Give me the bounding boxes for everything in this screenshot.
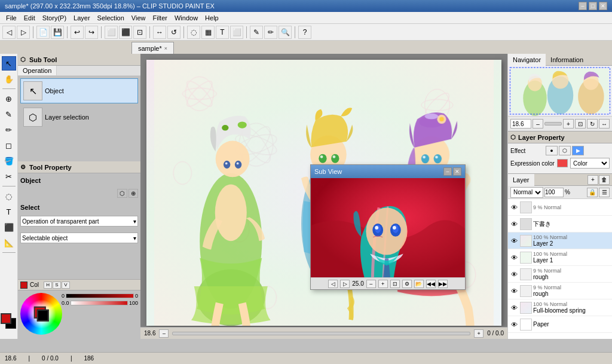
background-color[interactable]: [37, 310, 49, 322]
tp-icon2[interactable]: ⊕: [128, 189, 138, 198]
tool-rect[interactable]: ⬛: [2, 220, 16, 234]
tb-new[interactable]: ◁: [2, 26, 16, 39]
menu-filter[interactable]: Filter: [149, 13, 171, 23]
tb-text[interactable]: T: [216, 26, 229, 39]
tool-pencil[interactable]: ✏: [2, 123, 16, 137]
color-swatch-fg[interactable]: [20, 282, 27, 289]
sub-tool-layer-selection[interactable]: ⬡ Layer selection: [20, 105, 138, 130]
effect-btn-1[interactable]: ●: [546, 146, 558, 155]
sv-open[interactable]: 📂: [414, 280, 424, 288]
tb-zoom[interactable]: 🔍: [279, 26, 292, 39]
layer-options-btn[interactable]: ☰: [599, 188, 610, 197]
tool-selection[interactable]: ◌: [2, 189, 16, 203]
tp-selectable-dropdown[interactable]: Selectable object ▾: [20, 233, 138, 243]
minimize-button[interactable]: –: [579, 2, 587, 10]
layer-row-4[interactable]: 👁 9 % Normal rough: [508, 266, 612, 283]
menu-window[interactable]: Window: [171, 13, 201, 23]
menu-story[interactable]: Story(P): [39, 13, 70, 23]
tb-lasso[interactable]: ◌: [187, 26, 200, 39]
sv-zoom-in[interactable]: +: [378, 280, 388, 288]
layer-eye-4[interactable]: 👁: [509, 270, 519, 279]
hue-slider[interactable]: [66, 293, 134, 298]
sv-next[interactable]: ▷: [340, 280, 350, 288]
color-wheel[interactable]: [20, 293, 62, 335]
layer-blend-mode[interactable]: Normal: [510, 187, 543, 198]
menu-help[interactable]: Help: [201, 13, 222, 23]
layer-row-3[interactable]: 👁 100 % Normal Layer 1: [508, 249, 612, 266]
tb-fill[interactable]: ▦: [201, 26, 215, 39]
sv-options[interactable]: ⚙: [402, 280, 412, 288]
tool-shape[interactable]: ◻: [2, 138, 16, 152]
layer-row-5[interactable]: 👁 9 % Normal rough: [508, 283, 612, 299]
menu-layer[interactable]: Layer: [70, 13, 94, 23]
nav-tab-information[interactable]: Information: [546, 54, 588, 66]
canvas-zoom-in-btn[interactable]: +: [474, 329, 484, 338]
doc-tab-sample[interactable]: sample* ×: [131, 42, 174, 54]
color-mode-s[interactable]: S: [53, 282, 61, 289]
close-button[interactable]: ✕: [599, 2, 607, 10]
color-mode-v[interactable]: V: [62, 282, 70, 289]
tb-help[interactable]: ?: [298, 26, 311, 39]
tool-eraser[interactable]: ✂: [2, 169, 16, 183]
tb-eraser[interactable]: ⬜: [230, 26, 243, 39]
tb-save[interactable]: 💾: [51, 26, 64, 39]
layer-new-btn[interactable]: +: [587, 175, 598, 185]
layer-row-7[interactable]: 👁 Paper: [508, 316, 612, 333]
sv-nn[interactable]: ▶▶: [438, 280, 448, 288]
effect-btn-3[interactable]: ▶: [572, 146, 584, 155]
tool-select[interactable]: ↖: [2, 56, 16, 71]
tool-hand[interactable]: ✋: [2, 72, 16, 86]
doc-tab-close[interactable]: ×: [164, 45, 167, 51]
nav-zoom-input[interactable]: [510, 119, 531, 129]
canvas-zoom-out-btn[interactable]: –: [159, 329, 169, 338]
layer-del-btn[interactable]: 🗑: [599, 175, 610, 185]
sub-tool-object[interactable]: ↖ Object: [20, 78, 138, 103]
layer-eye-2[interactable]: 👁: [509, 236, 519, 246]
tb-undo[interactable]: ↩: [71, 26, 84, 39]
nav-flip[interactable]: ↔: [599, 119, 610, 129]
menu-edit[interactable]: Edit: [20, 13, 39, 23]
tb-rotate[interactable]: ↺: [167, 26, 180, 39]
sv-prev[interactable]: ◁: [328, 280, 338, 288]
tool-fill[interactable]: 🪣: [2, 154, 16, 168]
layer-eye-1[interactable]: 👁: [509, 219, 519, 229]
tp-icon1[interactable]: ⬡: [117, 189, 127, 198]
layer-eye-7[interactable]: 👁: [509, 320, 519, 329]
sv-zoom-fit[interactable]: ⊡: [390, 280, 400, 288]
tool-pen[interactable]: ✎: [2, 107, 16, 121]
tb-open[interactable]: ▷: [17, 26, 30, 39]
color-mode-h[interactable]: H: [44, 282, 52, 289]
menu-selection[interactable]: Selection: [94, 13, 128, 23]
sub-tab-operation[interactable]: Operation: [18, 66, 57, 75]
layer-row-0[interactable]: 👁 9 % Normal: [508, 199, 612, 216]
layer-row-2[interactable]: 👁 100 % Normal Layer 2: [508, 233, 612, 249]
layer-eye-5[interactable]: 👁: [509, 286, 519, 296]
effect-btn-2[interactable]: ⬡: [559, 146, 571, 155]
color-wheel-container[interactable]: [20, 293, 59, 332]
canvas-zoom-slider[interactable]: [172, 332, 470, 335]
canvas-container[interactable]: Sub View – ✕: [146, 60, 501, 326]
menu-view[interactable]: View: [128, 13, 149, 23]
sv-pp[interactable]: ◀◀: [426, 280, 436, 288]
tb-new2[interactable]: 📄: [36, 26, 50, 39]
nav-tab-navigator[interactable]: Navigator: [508, 54, 546, 66]
layer-lock-btn[interactable]: 🔒: [587, 188, 598, 197]
tool-zoom[interactable]: ⊕: [2, 91, 16, 106]
nav-zoom-slider[interactable]: [544, 122, 562, 126]
tb-transform[interactable]: ↔: [153, 26, 166, 39]
tool-text[interactable]: T: [2, 204, 16, 219]
menu-file[interactable]: File: [2, 13, 20, 23]
sat-slider[interactable]: [71, 301, 128, 305]
layer-eye-6[interactable]: 👁: [509, 303, 519, 313]
sub-view-min[interactable]: –: [443, 167, 452, 176]
lp-color-mode[interactable]: Color: [570, 158, 610, 169]
nav-fit[interactable]: ⊡: [575, 119, 586, 129]
layer-eye-0[interactable]: 👁: [509, 203, 519, 212]
tp-operation-dropdown[interactable]: Operation of transparent part ▾: [20, 216, 138, 227]
tb-redo[interactable]: ↪: [85, 26, 98, 39]
layer-eye-3[interactable]: 👁: [509, 253, 519, 262]
nav-zoom-in[interactable]: +: [563, 119, 574, 129]
layer-row-6[interactable]: 👁 100 % Normal Full-bloomed spring: [508, 299, 612, 316]
layer-opacity-input[interactable]: [544, 188, 564, 197]
sub-view-close[interactable]: ✕: [453, 167, 461, 176]
